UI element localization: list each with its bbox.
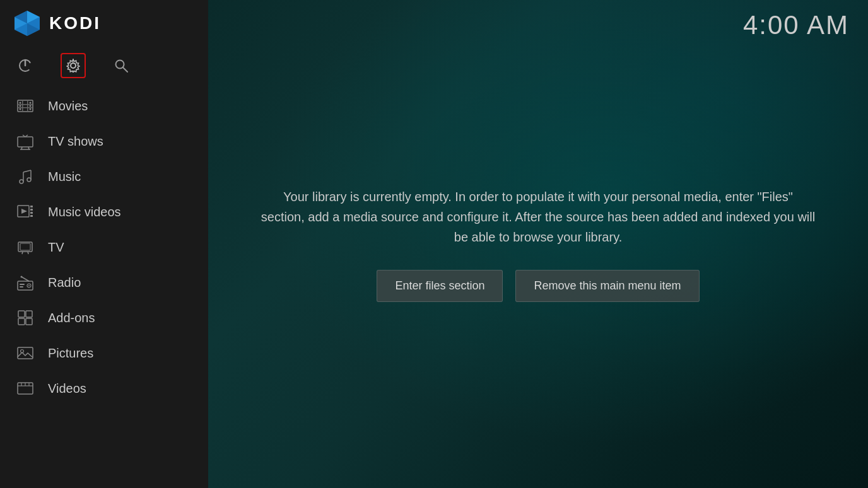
addons-icon [15,308,35,328]
svg-rect-48 [20,286,23,288]
pictures-icon [15,343,35,363]
svg-marker-35 [21,209,27,214]
movies-label: Movies [48,99,88,113]
search-icon [114,59,128,73]
svg-rect-19 [22,100,23,112]
svg-point-46 [28,285,30,286]
svg-point-50 [21,276,23,278]
svg-rect-22 [18,107,33,108]
radio-icon [15,272,35,293]
sidebar-item-music[interactable]: Music [0,159,208,194]
clock-display: 4:00 AM [743,10,849,40]
sidebar-item-pictures[interactable]: Pictures [0,335,208,371]
svg-rect-36 [30,206,33,207]
svg-rect-38 [30,212,33,214]
svg-point-17 [30,105,32,107]
top-icon-bar [0,47,208,88]
svg-rect-47 [20,284,25,285]
sidebar-item-videos[interactable]: Videos [0,371,208,406]
addons-label: Add-ons [48,311,95,325]
sidebar-item-tvshows[interactable]: TV shows [0,124,208,159]
sidebar-item-movies[interactable]: Movies [0,88,208,124]
svg-rect-53 [18,318,25,325]
radio-label: Radio [48,276,81,290]
main-navigation: Movies TV shows Music Music videos [0,88,208,488]
svg-rect-41 [20,243,30,250]
sidebar-item-radio[interactable]: Radio [0,265,208,300]
svg-point-13 [20,102,21,104]
svg-rect-52 [26,311,32,317]
sidebar-item-tv[interactable]: TV [0,229,208,265]
musicvideos-label: Music videos [48,205,121,219]
remove-menu-item-button[interactable]: Remove this main menu item [515,270,699,302]
main-content-area: 4:00 AM Your library is currently empty.… [208,0,868,488]
music-label: Music [48,170,81,184]
svg-line-11 [123,67,127,72]
svg-point-16 [30,102,32,104]
tvshows-label: TV shows [48,134,103,149]
svg-rect-54 [26,318,32,325]
action-buttons-group: Enter files section Remove this main men… [261,270,816,302]
power-icon [18,59,32,73]
sidebar-item-addons[interactable]: Add-ons [0,300,208,335]
svg-rect-37 [30,209,33,211]
empty-library-panel: Your library is currently empty. In orde… [235,187,841,302]
settings-gear-icon [66,59,80,73]
svg-line-43 [28,252,28,254]
sidebar: KODI [0,0,208,488]
enter-files-section-button[interactable]: Enter files section [377,270,503,302]
svg-rect-21 [18,104,33,105]
search-button[interactable] [108,53,134,78]
videos-icon [15,378,35,398]
svg-point-18 [30,108,32,110]
svg-line-49 [21,277,29,281]
music-icon [15,166,35,187]
settings-button[interactable] [61,53,86,78]
svg-point-9 [71,63,76,68]
tv-icon [15,237,35,257]
svg-rect-51 [18,311,25,317]
svg-line-33 [23,170,31,172]
svg-point-30 [27,178,31,182]
tvshows-icon [15,131,35,151]
svg-point-29 [20,180,23,183]
empty-library-message: Your library is currently empty. In orde… [261,187,816,247]
movies-icon [15,96,35,116]
tv-label: TV [48,240,64,255]
svg-line-42 [22,252,23,254]
kodi-logo-icon [13,9,42,38]
svg-rect-23 [18,137,33,147]
svg-point-14 [20,105,21,107]
svg-rect-55 [18,347,33,359]
musicvideos-icon [15,202,35,222]
logo-area: KODI [0,0,208,47]
svg-rect-20 [27,100,28,112]
videos-label: Videos [48,381,86,396]
power-button[interactable] [13,53,38,78]
svg-point-15 [20,108,21,110]
pictures-label: Pictures [48,346,93,361]
sidebar-item-musicvideos[interactable]: Music videos [0,194,208,229]
svg-rect-39 [30,215,33,217]
app-title: KODI [49,13,101,33]
